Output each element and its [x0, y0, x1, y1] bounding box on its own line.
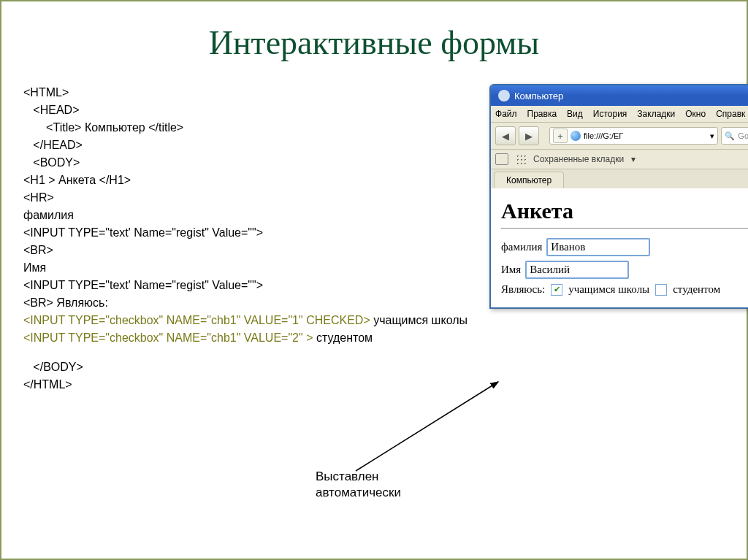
add-button[interactable]: + — [553, 129, 568, 143]
svg-line-1 — [356, 382, 498, 471]
annotation-text: Выставлен автоматически — [316, 469, 401, 501]
code-line: <HR> — [23, 189, 468, 207]
menu-history[interactable]: История — [593, 109, 627, 119]
code-line: </HEAD> — [23, 137, 468, 154]
dropdown-icon[interactable]: ▾ — [631, 154, 636, 164]
code-line: <Title> Компьютер </title> — [23, 119, 468, 137]
code-line: Имя — [23, 259, 468, 277]
code-line: <BR> Являюсь: — [23, 294, 468, 312]
slide-title: Интерактивные формы — [23, 23, 725, 62]
menu-window[interactable]: Окно — [685, 109, 706, 119]
search-placeholder: Google — [738, 131, 748, 140]
menu-file[interactable]: Файл — [495, 109, 517, 119]
address-bar[interactable]: + file:///G:/ЕГ ▾ — [549, 127, 718, 145]
grid-icon[interactable] — [516, 154, 526, 164]
label-name: Имя — [501, 264, 521, 276]
input-name[interactable] — [525, 261, 629, 279]
code-line: <HTML> — [23, 84, 468, 101]
tabbar: Компьютер + — [491, 169, 748, 188]
horizontal-rule — [501, 228, 748, 229]
browser-area: Компьютер — □ ✕ Файл Правка Вид История … — [489, 84, 748, 394]
menu-edit[interactable]: Правка — [527, 109, 557, 119]
code-line: <INPUT TYPE="checkbox" NAME="chb1" VALUE… — [23, 312, 468, 329]
code-line: </HTML> — [23, 376, 468, 394]
code-line: фамилия — [23, 207, 468, 224]
checkbox-school[interactable]: ✔ — [551, 284, 562, 296]
titlebar: Компьютер — □ ✕ — [491, 85, 748, 106]
code-line: <INPUT TYPE="checkbox" NAME="chb1" VALUE… — [23, 329, 468, 347]
window-title: Компьютер — [514, 91, 563, 101]
checkbox-student[interactable] — [655, 284, 667, 296]
bookmarks-bar: Сохраненные вкладки ▾ » — [491, 150, 748, 169]
url-text: file:///G:/ЕГ — [584, 131, 623, 140]
menu-view[interactable]: Вид — [567, 109, 583, 119]
code-line: <HEAD> — [23, 101, 468, 119]
option-student: студентом — [673, 283, 720, 296]
page-heading: Анкета — [501, 199, 748, 223]
toolbar: ◀ ▶ + file:///G:/ЕГ ▾ Google » — [491, 123, 748, 150]
browser-window: Компьютер — □ ✕ Файл Правка Вид История … — [489, 84, 748, 309]
code-line: <BODY> — [23, 154, 468, 172]
label-am: Являюсь: — [501, 283, 545, 296]
code-line: <H1 > Анкета </H1> — [23, 172, 468, 189]
input-surname[interactable] — [546, 238, 650, 256]
app-icon — [498, 90, 510, 101]
menu-bookmarks[interactable]: Закладки — [637, 109, 675, 119]
slide-frame: Интерактивные формы <HTML> <HEAD> <Title… — [0, 0, 748, 560]
search-box[interactable]: Google — [721, 127, 748, 145]
bookmarks-icon[interactable] — [495, 153, 508, 165]
tab-computer[interactable]: Компьютер — [494, 172, 564, 188]
forward-button[interactable]: ▶ — [519, 126, 539, 145]
dropdown-icon[interactable]: ▾ — [710, 131, 714, 141]
code-line: </BODY> — [23, 358, 468, 376]
code-line: <BR> — [23, 242, 468, 259]
option-school: учащимся школы — [568, 283, 649, 296]
saved-tabs-label[interactable]: Сохраненные вкладки — [533, 154, 624, 164]
back-button[interactable]: ◀ — [495, 126, 516, 145]
menubar: Файл Правка Вид История Закладки Окно Сп… — [491, 106, 748, 123]
code-line: <INPUT TYPE="text' Name="regist" Value="… — [23, 277, 468, 294]
code-listing: <HTML> <HEAD> <Title> Компьютер </title>… — [23, 84, 468, 394]
page-content: Анкета фамилия Имя Являюсь: ✔ учащимся ш… — [491, 188, 748, 307]
content-area: <HTML> <HEAD> <Title> Компьютер </title>… — [23, 84, 725, 394]
code-line: <INPUT TYPE="text' Name="regist" Value="… — [23, 224, 468, 242]
menu-help[interactable]: Справк — [716, 109, 745, 119]
search-icon — [725, 131, 735, 141]
globe-icon — [570, 131, 581, 141]
label-surname: фамилия — [501, 241, 542, 253]
